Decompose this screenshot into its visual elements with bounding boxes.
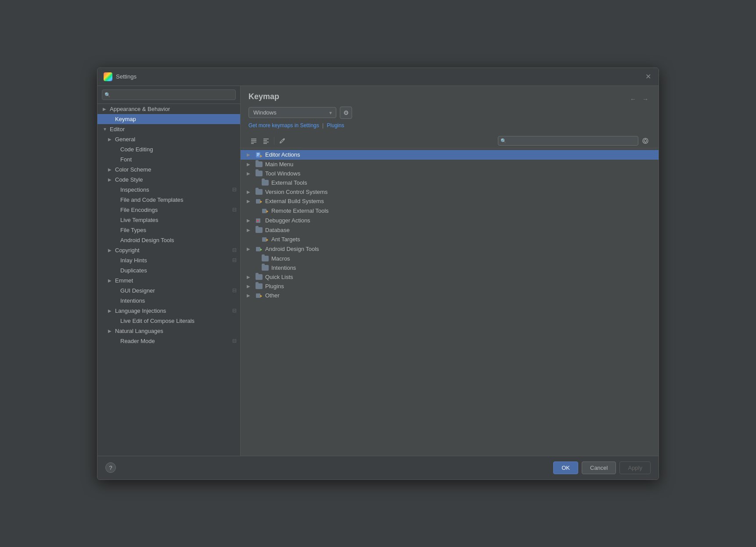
tree-item-remote-external[interactable]: Remote External Tools — [241, 206, 659, 216]
svg-rect-7 — [263, 143, 267, 144]
sidebar-item-duplicates[interactable]: Duplicates — [97, 265, 240, 275]
tree-item-label: Remote External Tools — [271, 207, 329, 214]
tree-item-tool-windows[interactable]: ▶ Tool Windows — [241, 169, 659, 178]
sidebar-item-intentions[interactable]: Intentions — [97, 296, 240, 306]
tree-item-ant-targets[interactable]: Ant Targets — [241, 235, 659, 244]
chevron-icon — [113, 268, 119, 273]
sidebar-item-copyright[interactable]: ▶ Copyright ⊟ — [97, 245, 240, 255]
close-button[interactable]: ✕ — [644, 72, 652, 81]
tree-item-label: Main Menu — [265, 161, 293, 168]
toolbar-search-wrap: 🔍 — [498, 136, 638, 146]
debugger-icon — [256, 217, 263, 224]
sidebar-item-live-templates[interactable]: Live Templates — [97, 215, 240, 225]
settings-dialog: Settings ✕ 🔍 ▶ Appearance & Behavior — [97, 68, 659, 480]
sidebar-item-reader-mode[interactable]: Reader Mode ⊟ — [97, 336, 240, 346]
tree-item-version-control[interactable]: ▶ Version Control Systems — [241, 187, 659, 197]
tree-item-label: Database — [265, 227, 290, 233]
sidebar-item-color-scheme[interactable]: ▶ Color Scheme — [97, 164, 240, 175]
sidebar-item-appearance[interactable]: ▶ Appearance & Behavior — [97, 104, 240, 114]
svg-marker-20 — [266, 210, 268, 213]
sidebar-item-code-style[interactable]: ▶ Code Style — [97, 175, 240, 185]
footer-left: ? — [105, 462, 116, 473]
sidebar-search-input[interactable] — [102, 89, 236, 100]
tree-item-main-menu[interactable]: ▶ Main Menu — [241, 160, 659, 169]
tree-item-label: Editor Actions — [265, 151, 300, 158]
chevron-icon — [113, 228, 119, 232]
tree-item-external-tools[interactable]: ▶ External Tools — [241, 178, 659, 187]
svg-rect-23 — [262, 237, 266, 242]
sidebar-badge: ⊟ — [232, 186, 237, 193]
edit-button[interactable] — [277, 136, 288, 146]
sidebar-item-font[interactable]: Font — [97, 154, 240, 164]
tree-chevron-icon: ▶ — [247, 275, 253, 279]
app-icon — [104, 72, 112, 81]
cancel-button[interactable]: Cancel — [582, 461, 616, 474]
tree-item-label: Android Design Tools — [265, 246, 319, 252]
tree-item-macros[interactable]: Macros — [241, 254, 659, 263]
sidebar-item-editor[interactable]: ▼ Editor — [97, 124, 240, 134]
svg-rect-19 — [262, 209, 266, 213]
ok-button[interactable]: OK — [553, 461, 578, 474]
chevron-icon: ▶ — [108, 137, 113, 142]
tree-chevron-icon: ▶ — [247, 228, 253, 232]
tree-chevron-icon: ▶ — [247, 199, 253, 204]
sidebar-item-file-types[interactable]: File Types — [97, 225, 240, 235]
sidebar-item-label: Editor — [110, 126, 125, 132]
svg-marker-18 — [260, 200, 262, 203]
sidebar-item-live-edit-compose[interactable]: Live Edit of Compose Literals — [97, 316, 240, 326]
tree-item-label: Ant Targets — [271, 236, 300, 243]
tree-item-quick-lists[interactable]: ▶ Quick Lists — [241, 272, 659, 282]
tree-item-other[interactable]: ▶ Other — [241, 291, 659, 300]
chevron-icon — [113, 147, 119, 152]
svg-marker-28 — [260, 295, 262, 297]
tree-item-plugins[interactable]: ▶ Plugins — [241, 282, 659, 291]
main-content: Keymap ← → Windows ▼ ⚙ G — [241, 86, 659, 456]
actions-toolbar: 🔍 — [241, 134, 659, 148]
sidebar-item-android-design-tools[interactable]: Android Design Tools — [97, 235, 240, 245]
plugins-link[interactable]: Plugins — [327, 122, 344, 129]
nav-forward-button[interactable]: → — [640, 94, 651, 104]
sidebar-item-natural-languages[interactable]: ▶ Natural Languages — [97, 326, 240, 336]
nav-back-button[interactable]: ← — [628, 94, 638, 104]
sidebar-item-inspections[interactable]: Inspections ⊟ — [97, 185, 240, 195]
sidebar-item-keymap[interactable]: Keymap — [97, 114, 240, 124]
tree-item-intentions[interactable]: Intentions — [241, 263, 659, 272]
sidebar-item-label: Intentions — [120, 297, 145, 304]
sidebar-item-label: Android Design Tools — [120, 237, 174, 243]
tree-item-label: Debugger Actions — [265, 217, 310, 224]
sidebar-item-label: Appearance & Behavior — [110, 106, 170, 112]
chevron-icon: ▶ — [108, 167, 113, 172]
tree-item-database[interactable]: ▶ Database — [241, 225, 659, 235]
expand-all-icon — [251, 138, 257, 144]
apply-button[interactable]: Apply — [619, 461, 651, 474]
tree-item-external-build[interactable]: ▶ External Build Systems — [241, 197, 659, 206]
settings-link[interactable]: Get more keymaps in Settings — [248, 122, 319, 129]
tree-item-debugger-actions[interactable]: ▶ Debugger Actions — [241, 216, 659, 225]
sidebar-item-general[interactable]: ▶ General — [97, 134, 240, 144]
footer-right: OK Cancel Apply — [553, 461, 651, 474]
expand-all-button[interactable] — [248, 136, 259, 146]
sidebar-item-emmet[interactable]: ▶ Emmet — [97, 275, 240, 286]
keymap-gear-button[interactable]: ⚙ — [340, 107, 352, 119]
svg-rect-15 — [257, 155, 259, 156]
sidebar-item-file-code-templates[interactable]: File and Code Templates — [97, 195, 240, 205]
svg-rect-0 — [251, 139, 256, 139]
tree-item-label: Other — [265, 292, 280, 299]
sidebar-badge: ⊟ — [232, 247, 237, 253]
tree-item-editor-actions[interactable]: ▶ Editor Actions — [241, 150, 659, 160]
help-button[interactable]: ? — [105, 462, 116, 473]
folder-icon — [256, 274, 263, 280]
toolbar-search-input[interactable] — [498, 136, 638, 146]
toolbar-separator — [274, 137, 274, 145]
filter-button[interactable] — [640, 136, 651, 146]
svg-rect-3 — [251, 143, 254, 144]
keymap-dropdown[interactable]: Windows — [248, 107, 336, 118]
collapse-all-button[interactable] — [261, 136, 271, 146]
sidebar-item-inlay-hints[interactable]: Inlay Hints ⊟ — [97, 255, 240, 265]
sidebar-item-gui-designer[interactable]: GUI Designer ⊟ — [97, 286, 240, 296]
svg-point-9 — [644, 139, 647, 142]
sidebar-item-file-encodings[interactable]: File Encodings ⊟ — [97, 205, 240, 215]
sidebar-item-language-injections[interactable]: ▶ Language Injections ⊟ — [97, 306, 240, 316]
tree-item-android-design-tools[interactable]: ▶ Android Design Tools — [241, 244, 659, 254]
sidebar-item-code-editing[interactable]: Code Editing — [97, 144, 240, 154]
